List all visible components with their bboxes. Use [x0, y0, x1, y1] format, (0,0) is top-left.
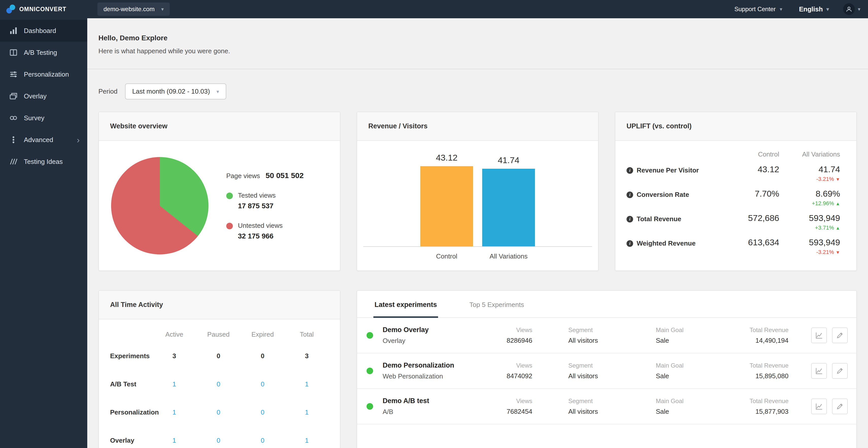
uplift-row: iConversion Rate 7.70% 8.69% +12.96% ▲ — [626, 185, 840, 209]
app-root: OMNICONVERT demo-website.com ▾ Support C… — [0, 0, 868, 448]
greeting-section: Hello, Demo Explore Here is what happene… — [87, 18, 868, 69]
website-overview-card: Website overview Page views 50 051 502 T… — [98, 112, 340, 271]
uplift-row: iWeighted Revenue 613,634 593,949 -3.21%… — [626, 233, 840, 258]
info-icon[interactable]: i — [626, 191, 633, 198]
sidebar-item-dashboard[interactable]: Dashboard — [0, 20, 87, 41]
pencil-icon — [836, 332, 843, 339]
control-bar-value: 43.12 — [436, 153, 457, 162]
website-selector[interactable]: demo-website.com ▾ — [97, 3, 170, 16]
experiments-tabs: Latest experiments Top 5 Experiments — [357, 291, 856, 318]
report-button[interactable] — [811, 363, 827, 379]
triangle-down-icon: ▼ — [836, 250, 840, 255]
chevron-down-icon: ▾ — [217, 89, 219, 94]
account-menu[interactable]: ▾ — [843, 3, 860, 15]
page-views-label: Page views — [226, 172, 260, 180]
table-row: Personalization 1 0 0 1 — [110, 398, 329, 426]
page-subtitle: Here is what happened while you were gon… — [98, 47, 857, 55]
support-center-menu[interactable]: Support Center ▾ — [734, 6, 782, 13]
card-title: All Time Activity — [99, 291, 340, 319]
page-views-value: 50 051 502 — [266, 171, 304, 180]
info-icon[interactable]: i — [626, 167, 633, 174]
experiment-row: Demo Overlay Overlay Views 8286946 Segme… — [357, 318, 856, 353]
uplift-delta: -3.21% ▼ — [779, 249, 840, 256]
chevron-down-icon: ▾ — [780, 7, 782, 12]
language-label: English — [799, 5, 823, 13]
edit-button[interactable] — [832, 398, 848, 414]
omniconvert-logo-icon — [6, 4, 16, 14]
avatar — [843, 3, 855, 15]
website-overview-body: Page views 50 051 502 Tested views 17 87… — [99, 141, 340, 270]
chevron-down-icon: ▾ — [827, 7, 829, 12]
table-row: A/B Test 1 0 0 1 — [110, 370, 329, 398]
period-row: Period Last month (09.02 - 10.03) ▾ — [87, 69, 868, 99]
experiment-row: Demo Personalization Web Personalization… — [357, 353, 856, 389]
control-bar — [420, 166, 473, 246]
pencil-icon — [836, 367, 843, 375]
table-row: Experiments 3 0 0 3 — [110, 342, 329, 370]
main-content: Hello, Demo Explore Here is what happene… — [87, 18, 868, 448]
uplift-col-control: Control — [716, 150, 779, 158]
pie-legend: Page views 50 051 502 Tested views 17 87… — [226, 171, 304, 240]
cards-row-1: Website overview Page views 50 051 502 T… — [87, 99, 868, 271]
report-button[interactable] — [811, 398, 827, 414]
uplift-table: Control All Variations iRevenue Per Visi… — [615, 141, 856, 270]
experiments-card: Latest experiments Top 5 Experiments Dem… — [356, 290, 857, 448]
sidebar-item-testing-ideas[interactable]: Testing Ideas — [0, 151, 87, 173]
chevron-down-icon: ▾ — [858, 7, 860, 12]
period-select-value: Last month (09.02 - 10.03) — [132, 88, 210, 95]
edit-button[interactable] — [832, 328, 848, 343]
topbar-right: Support Center ▾ English ▾ ▾ — [734, 3, 868, 15]
user-icon — [846, 6, 852, 12]
ab-testing-icon — [9, 48, 18, 57]
variations-bar-value: 41.74 — [498, 155, 519, 165]
uplift-delta: +12.96% ▲ — [779, 200, 840, 207]
chevron-right-icon: › — [77, 136, 80, 144]
sidebar-item-survey[interactable]: Survey — [0, 107, 87, 129]
page-title: Hello, Demo Explore — [98, 34, 857, 42]
variations-bar-label: All Variations — [478, 252, 539, 260]
cards-row-2: All Time Activity Active Paused Expired … — [87, 271, 868, 448]
status-active-dot — [367, 367, 373, 374]
tab-latest-experiments[interactable]: Latest experiments — [373, 291, 438, 317]
sidebar-item-overlay[interactable]: Overlay — [0, 85, 87, 107]
status-active-dot — [367, 332, 373, 339]
brand: OMNICONVERT — [0, 4, 87, 14]
tested-views-dot — [226, 192, 233, 199]
sidebar: Dashboard A/B Testing Personalization Ov… — [0, 18, 87, 448]
triangle-down-icon: ▼ — [836, 177, 840, 182]
variations-bar — [482, 169, 535, 246]
chart-icon — [815, 332, 823, 339]
card-title: Website overview — [99, 112, 340, 141]
report-button[interactable] — [811, 328, 827, 343]
website-selector-value: demo-website.com — [103, 6, 154, 13]
brand-name: OMNICONVERT — [19, 6, 66, 13]
status-active-dot — [367, 403, 373, 410]
uplift-row: iTotal Revenue 572,686 593,949 +3.71% ▲ — [626, 209, 840, 233]
control-bar-label: Control — [416, 252, 477, 260]
dashboard-icon — [9, 26, 18, 35]
sidebar-item-ab-testing[interactable]: A/B Testing — [0, 41, 87, 63]
triangle-up-icon: ▲ — [836, 201, 840, 206]
table-row: Overlay 1 0 0 1 — [110, 426, 329, 448]
info-icon[interactable]: i — [626, 216, 633, 222]
tab-top-5-experiments[interactable]: Top 5 Experiments — [468, 291, 525, 317]
info-icon[interactable]: i — [626, 240, 633, 247]
chart-icon — [815, 367, 823, 375]
legend-item-untested: Untested views 32 175 966 — [226, 222, 304, 240]
period-select[interactable]: Last month (09.02 - 10.03) ▾ — [125, 84, 226, 99]
untested-views-dot — [226, 223, 233, 229]
card-title: UPLIFT (vs. control) — [615, 112, 856, 141]
sidebar-item-personalization[interactable]: Personalization — [0, 63, 87, 85]
revenue-visitors-card: Revenue / Visitors 43.12 41.74 Contr — [356, 112, 599, 271]
card-title: Revenue / Visitors — [357, 112, 598, 141]
sidebar-item-advanced[interactable]: Advanced › — [0, 129, 87, 151]
activity-table: Active Paused Expired Total Experiments … — [99, 319, 340, 448]
chart-icon — [815, 403, 823, 410]
chevron-down-icon: ▾ — [161, 7, 164, 12]
edit-button[interactable] — [832, 363, 848, 379]
pie-chart — [111, 157, 209, 255]
triangle-up-icon: ▲ — [836, 226, 840, 231]
advanced-menu-icon — [9, 136, 18, 144]
language-selector[interactable]: English ▾ — [799, 5, 829, 13]
uplift-delta: -3.21% ▼ — [779, 176, 840, 182]
